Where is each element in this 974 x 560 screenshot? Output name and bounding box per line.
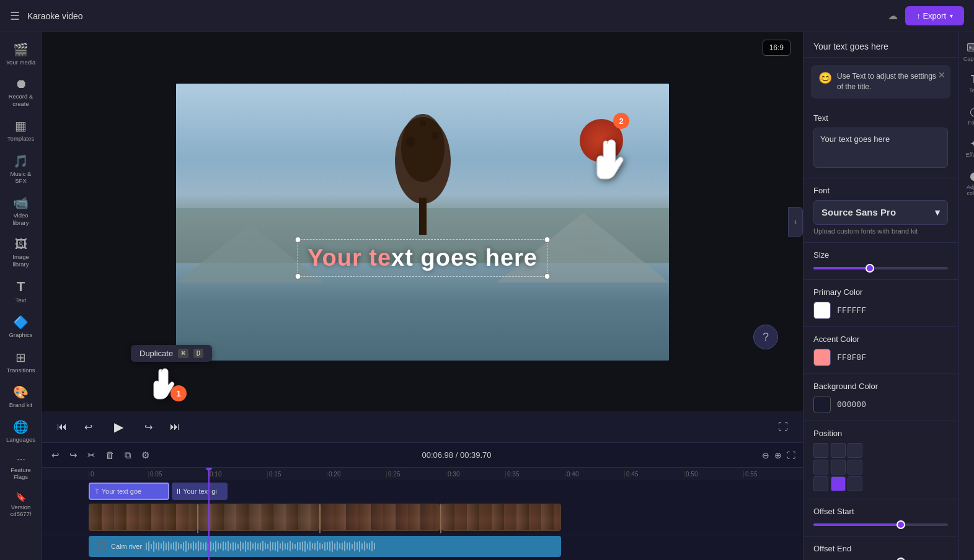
effects-icon-item[interactable]: ✦ Effects bbox=[960, 133, 975, 162]
position-cell-br[interactable] bbox=[848, 476, 862, 491]
sidebar-item-your-media[interactable]: 🎬 Your media bbox=[2, 37, 40, 71]
sidebar-item-transitions[interactable]: ⊞ Transitions bbox=[2, 345, 40, 378]
sidebar-item-graphics[interactable]: 🔷 Graphics bbox=[2, 310, 40, 343]
position-cell-bc[interactable] bbox=[831, 476, 846, 491]
video-clip-1[interactable] bbox=[89, 504, 197, 531]
wave-bar bbox=[250, 541, 251, 551]
fit-button[interactable]: ⛶ bbox=[787, 450, 795, 460]
wave-bar bbox=[317, 541, 318, 551]
wave-bar bbox=[237, 544, 239, 549]
audio-clip[interactable]: 🎵 Calm river bbox=[89, 536, 561, 557]
adjust-colors-icon-item[interactable]: ◐ Adjust colors bbox=[960, 165, 975, 200]
timeline-content[interactable]: 0 0:05 0:10 0:15 0:20 0:25 0:30 0:35 0:4… bbox=[42, 468, 803, 560]
size-slider-container[interactable] bbox=[813, 265, 948, 272]
wave-bar bbox=[195, 543, 197, 549]
position-cell-mc[interactable] bbox=[831, 460, 846, 475]
help-button[interactable]: ? bbox=[753, 325, 778, 349]
offset-start-slider-container[interactable] bbox=[813, 521, 948, 528]
position-cell-tr[interactable] bbox=[848, 443, 862, 458]
video-segment bbox=[89, 504, 197, 531]
sidebar-item-version[interactable]: 🔖 Version cd5677f bbox=[2, 487, 40, 523]
delete-button[interactable]: 🗑 bbox=[104, 448, 117, 462]
skip-forward-button[interactable]: ⏭ bbox=[167, 419, 182, 435]
accent-color-row: FF8F8F bbox=[813, 349, 948, 366]
primary-color-row: FFFFFF bbox=[813, 302, 948, 319]
text-clip-2[interactable]: II Your text gi bbox=[172, 483, 228, 500]
skip-back-button[interactable]: ⏮ bbox=[55, 419, 69, 435]
copy-button[interactable]: ⧉ bbox=[123, 448, 133, 463]
wave-bar bbox=[319, 543, 321, 549]
position-cell-ml[interactable] bbox=[813, 460, 828, 475]
play-button[interactable]: ▶ bbox=[107, 416, 130, 438]
sidebar-item-languages[interactable]: 🌐 Languages bbox=[2, 414, 40, 448]
size-slider-thumb[interactable] bbox=[866, 264, 874, 273]
selection-handle-tl[interactable] bbox=[294, 237, 301, 243]
accent-color-swatch[interactable] bbox=[813, 349, 831, 366]
aspect-ratio-button[interactable]: 16:9 bbox=[763, 40, 790, 56]
ruler-mark: 0:20 bbox=[327, 471, 386, 478]
text-input[interactable]: Your text goes here bbox=[813, 128, 948, 168]
selection-handle-br[interactable] bbox=[544, 273, 551, 279]
highlighted-text: Your te bbox=[308, 245, 391, 271]
selection-handle-tr[interactable] bbox=[544, 237, 551, 243]
accent-color-section: Accent Color FF8F8F bbox=[804, 327, 958, 374]
video-clip-3[interactable] bbox=[321, 504, 440, 531]
sidebar-item-label: Feature Flags bbox=[5, 466, 37, 481]
wave-bar bbox=[146, 543, 147, 550]
rewind-button[interactable]: ↩ bbox=[82, 419, 95, 435]
upload-fonts-link[interactable]: Upload custom fonts with brand kit bbox=[813, 227, 948, 235]
background-color-swatch[interactable] bbox=[813, 396, 831, 413]
sidebar-item-brand-kit[interactable]: 🎨 Brand kit bbox=[2, 380, 40, 413]
primary-color-swatch[interactable] bbox=[813, 302, 831, 319]
redo-button[interactable]: ↪ bbox=[68, 448, 79, 463]
captions-icon-item[interactable]: ⌨ Captions bbox=[960, 37, 975, 66]
zoom-out-button[interactable]: ⊖ bbox=[762, 450, 769, 460]
offset-end-slider-container[interactable] bbox=[813, 558, 948, 560]
position-cell-bl[interactable] bbox=[813, 476, 828, 491]
tooltip-close-button[interactable]: ✕ bbox=[938, 70, 945, 80]
offset-end-thumb[interactable] bbox=[897, 558, 905, 560]
position-cell-tl[interactable] bbox=[813, 443, 828, 458]
video-clip-4[interactable] bbox=[441, 504, 561, 531]
sidebar-item-templates[interactable]: ▦ Templates bbox=[2, 113, 40, 147]
audio-waveform bbox=[146, 540, 555, 553]
text-clip-1[interactable]: T Your text goe bbox=[89, 483, 169, 500]
project-title[interactable]: Karaoke video bbox=[27, 11, 880, 21]
video-clip-2[interactable] bbox=[198, 504, 319, 531]
wave-bar bbox=[294, 544, 296, 549]
offset-start-slider[interactable] bbox=[813, 523, 948, 526]
total-time: 00:39.70 bbox=[460, 450, 492, 460]
sidebar-item-feature-flags[interactable]: ⋯ Feature Flags bbox=[2, 450, 40, 486]
sidebar-item-text[interactable]: T Text bbox=[2, 274, 40, 308]
sidebar-item-music-sfx[interactable]: 🎵 Music & SFX bbox=[2, 149, 40, 190]
video-text-overlay[interactable]: Your text goes here bbox=[297, 239, 548, 277]
more-button[interactable]: ⚙ bbox=[139, 448, 151, 463]
offset-start-thumb[interactable] bbox=[897, 520, 905, 529]
position-cell-mr[interactable] bbox=[848, 460, 862, 475]
sidebar-item-record-create[interactable]: ⏺ Record &create bbox=[2, 72, 40, 112]
text-icon-item[interactable]: T Text bbox=[960, 69, 975, 97]
export-button[interactable]: ↑ Export ▾ bbox=[905, 6, 964, 25]
playhead[interactable] bbox=[208, 468, 210, 560]
image-library-icon: 🖼 bbox=[15, 237, 27, 252]
record-icon: ⏺ bbox=[15, 77, 27, 91]
wave-bar bbox=[255, 542, 256, 551]
main-layout: 🎬 Your media ⏺ Record &create ▦ Template… bbox=[0, 32, 974, 560]
fade-icon-item[interactable]: ◑ Fade bbox=[960, 101, 975, 129]
position-cell-tc[interactable] bbox=[831, 443, 846, 458]
cut-button[interactable]: ✂ bbox=[86, 448, 97, 463]
size-slider[interactable] bbox=[813, 267, 948, 269]
zoom-in-button[interactable]: ⊕ bbox=[774, 450, 782, 460]
selection-handle-bl[interactable] bbox=[294, 273, 301, 279]
wave-bar bbox=[200, 542, 201, 550]
sidebar-item-video-library[interactable]: 📹 Video library bbox=[2, 190, 40, 231]
collapse-right-panel-button[interactable]: ‹ bbox=[788, 207, 803, 237]
fullscreen-button[interactable]: ⛶ bbox=[776, 419, 790, 435]
undo-button[interactable]: ↩ bbox=[50, 448, 61, 463]
font-selector[interactable]: Source Sans Pro ▾ bbox=[813, 200, 948, 225]
wave-bar bbox=[173, 542, 174, 550]
sidebar-item-image-library[interactable]: 🖼 Image library bbox=[2, 232, 40, 273]
forward-button[interactable]: ↪ bbox=[142, 419, 155, 435]
wave-bar bbox=[257, 543, 259, 549]
menu-icon[interactable]: ☰ bbox=[10, 9, 20, 23]
